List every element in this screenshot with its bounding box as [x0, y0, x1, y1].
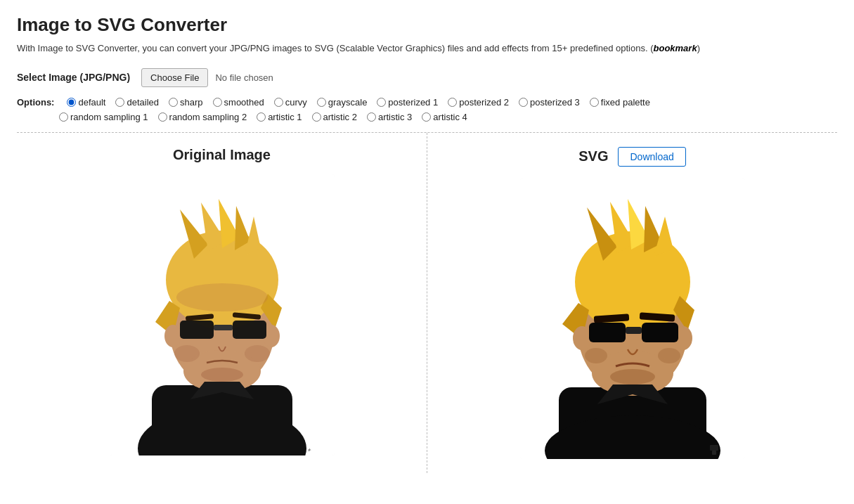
option-artistic1[interactable]: artistic 1	[257, 112, 302, 122]
svg-rect-2	[152, 385, 292, 455]
option-default[interactable]: default	[67, 97, 105, 108]
original-image-panel: Original Image	[17, 133, 427, 473]
option-smoothed[interactable]: smoothed	[213, 97, 264, 108]
options-row1: Options: default detailed sharp smoothed…	[17, 97, 837, 108]
option-artistic3[interactable]: artistic 3	[367, 112, 412, 122]
svg-point-16	[176, 283, 268, 311]
svg-rect-50	[710, 445, 718, 451]
svg-rect-21	[214, 325, 233, 330]
svg-rect-46	[626, 327, 642, 334]
option-artistic2[interactable]: artistic 2	[312, 112, 357, 122]
option-sharp[interactable]: sharp	[169, 97, 203, 108]
file-input-row: Select Image (JPG/PNG) Choose File No fi…	[17, 68, 837, 87]
svg-output-display	[520, 178, 745, 459]
option-posterized2[interactable]: posterized 2	[448, 97, 509, 108]
svg-point-23	[174, 345, 200, 362]
option-artistic4[interactable]: artistic 4	[422, 112, 467, 122]
options-label: Options:	[17, 97, 54, 108]
page-title: Image to SVG Converter	[17, 14, 837, 36]
svg-rect-19	[180, 321, 214, 339]
svg-output-panel: SVG Download	[427, 133, 837, 473]
svg-point-22	[201, 368, 243, 382]
option-detailed[interactable]: detailed	[115, 97, 159, 108]
download-button[interactable]: Download	[618, 147, 685, 167]
option-randomsampling1[interactable]: random sampling 1	[59, 112, 148, 122]
option-randomsampling2[interactable]: random sampling 2	[158, 112, 247, 122]
subtitle: With Image to SVG Converter, you can con…	[17, 41, 837, 56]
svg-point-49	[658, 348, 680, 363]
svg-point-48	[585, 348, 607, 363]
svg-rect-45	[642, 323, 678, 342]
svg-point-47	[610, 369, 655, 385]
no-file-text: No file chosen	[215, 72, 273, 83]
svg-rect-20	[233, 321, 266, 339]
svg-text:✦: ✦	[306, 447, 312, 453]
preview-area: Original Image	[17, 133, 837, 473]
options-row2: random sampling 1 random sampling 2 arti…	[17, 112, 837, 122]
option-posterized1[interactable]: posterized 1	[377, 97, 438, 108]
original-image-display: ✦	[110, 174, 335, 455]
svg-point-24	[245, 345, 270, 362]
option-grayscale[interactable]: grayscale	[317, 97, 368, 108]
svg-rect-44	[589, 323, 626, 342]
original-image-title: Original Image	[173, 147, 271, 163]
option-curvy[interactable]: curvy	[274, 97, 307, 108]
option-posterized3[interactable]: posterized 3	[519, 97, 580, 108]
svg-rect-51	[712, 451, 716, 455]
svg-point-40	[573, 326, 591, 350]
svg-output-title: SVG	[578, 148, 608, 164]
option-fixedpalette[interactable]: fixed palette	[590, 97, 650, 108]
svg-point-14	[164, 325, 181, 347]
file-input-label: Select Image (JPG/PNG)	[17, 72, 130, 83]
choose-file-button[interactable]: Choose File	[141, 68, 208, 87]
